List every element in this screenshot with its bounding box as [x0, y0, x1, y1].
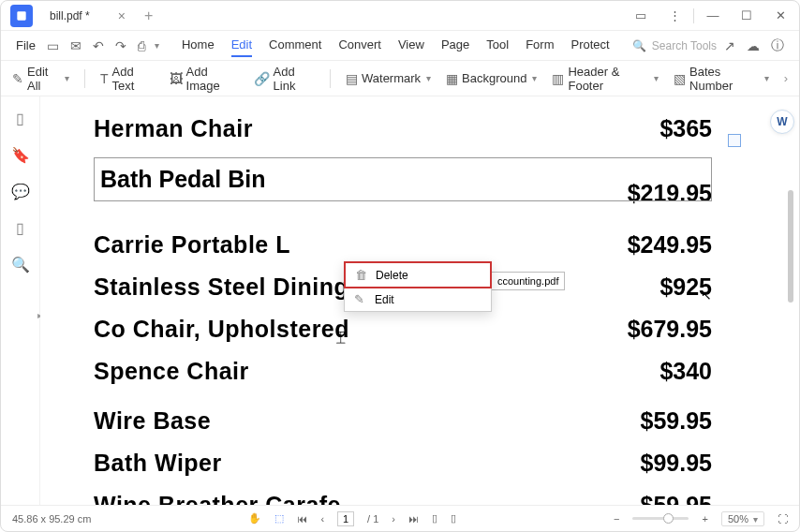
add-link-label: Add Link — [274, 65, 316, 93]
page-number-input[interactable] — [337, 511, 354, 526]
search-tools[interactable]: 🔍 Search Tools — [632, 39, 717, 52]
item-price[interactable]: $365 — [659, 115, 712, 142]
thumbnails-icon[interactable]: ▯ — [16, 110, 24, 127]
page-total: / 1 — [367, 513, 378, 525]
help-icon[interactable]: ⓘ — [767, 37, 788, 54]
hand-tool-icon[interactable]: ✋ — [248, 512, 261, 525]
new-tab-button[interactable]: + — [137, 7, 160, 24]
item-name[interactable]: Carrie Portable L — [94, 231, 290, 259]
item-row: Spence Chair $340 — [94, 358, 712, 385]
text-cursor-icon: ⌶ — [336, 329, 346, 346]
next-page-icon[interactable]: › — [392, 513, 395, 525]
item-price[interactable]: $249.95 — [628, 231, 712, 259]
vertical-scrollbar[interactable] — [788, 190, 793, 303]
bates-number-button[interactable]: ▧ Bates Number ▾ — [674, 65, 769, 93]
word-export-badge[interactable]: W — [770, 110, 794, 134]
item-name[interactable]: Bath Pedal Bin — [100, 166, 265, 193]
first-page-icon[interactable]: ⏮ — [297, 513, 307, 525]
select-tool-icon[interactable]: ⬚ — [274, 512, 284, 525]
share-icon[interactable]: ↗ — [720, 38, 739, 53]
tab-close-icon[interactable]: × — [118, 8, 126, 23]
main-menu: Home Edit Comment Convert View Page Tool… — [182, 34, 610, 57]
background-button[interactable]: ▦ Background ▾ — [446, 71, 537, 86]
menu-page[interactable]: Page — [441, 34, 469, 57]
context-delete[interactable]: 🗑 Delete — [344, 261, 492, 288]
item-price[interactable]: $340 — [659, 358, 712, 385]
item-price[interactable]: $59.95 — [641, 407, 712, 435]
trash-icon: 🗑 — [355, 268, 368, 282]
last-page-icon[interactable]: ⏭ — [408, 513, 419, 525]
selection-handle[interactable] — [728, 134, 741, 147]
edit-all-button[interactable]: ✎ Edit All ▾ — [12, 65, 69, 93]
background-label: Background — [462, 71, 526, 85]
prev-page-icon[interactable]: ‹ — [320, 513, 324, 525]
menu-home[interactable]: Home — [182, 34, 215, 57]
edit-icon: ✎ — [354, 292, 367, 306]
menu-view[interactable]: View — [398, 34, 424, 57]
zoom-in-icon[interactable]: + — [702, 513, 707, 525]
item-price[interactable]: $59.95 — [641, 492, 712, 505]
print-menu-chevron[interactable]: ▾ — [155, 40, 159, 51]
menu-tool[interactable]: Tool — [486, 34, 509, 57]
redo-icon[interactable]: ↷ — [111, 38, 130, 53]
item-row: Wine Breather Carafe $59.95 — [94, 492, 712, 505]
menu-comment[interactable]: Comment — [269, 34, 321, 57]
bookmarks-icon[interactable]: 🔖 — [11, 146, 30, 164]
item-name[interactable]: Co Chair, Upholstered — [94, 316, 349, 343]
zoom-out-icon[interactable]: − — [614, 513, 619, 525]
search-panel-icon[interactable]: 🔍 — [11, 256, 30, 273]
statusbar: 45.86 x 95.29 cm ✋ ⬚ ⏮ ‹ / 1 › ⏭ ▯ ▯ − +… — [1, 505, 799, 531]
item-name[interactable]: Wire Base — [94, 407, 211, 435]
right-rail: W — [765, 96, 799, 505]
add-text-button[interactable]: T Add Text — [100, 65, 155, 93]
item-name[interactable]: Wine Breather Carafe — [94, 492, 341, 505]
tab-bill-pdf[interactable]: bill.pdf * × — [38, 3, 137, 29]
save-icon[interactable]: ▭ — [43, 38, 63, 53]
zoom-value[interactable]: 50% ▾ — [721, 511, 764, 526]
context-edit[interactable]: ✎ Edit — [345, 288, 491, 311]
attachments-icon[interactable]: ▯ — [16, 219, 24, 237]
add-image-button[interactable]: 🖼 Add Image — [170, 65, 239, 93]
add-link-button[interactable]: 🔗 Add Link — [254, 65, 316, 93]
single-page-icon[interactable]: ▯ — [432, 512, 437, 525]
print-icon[interactable]: ⎙ — [134, 38, 149, 53]
comments-icon[interactable]: 💬 — [11, 183, 30, 200]
item-name[interactable]: Spence Chair — [94, 358, 249, 385]
overflow-chevron-icon[interactable]: › — [784, 71, 788, 85]
item-price[interactable]: $99.95 — [641, 450, 712, 477]
continuous-page-icon[interactable]: ▯ — [451, 512, 456, 525]
menu-protect[interactable]: Protect — [570, 34, 609, 57]
cloud-icon[interactable]: ☁ — [743, 38, 763, 53]
undo-icon[interactable]: ↶ — [89, 38, 108, 53]
mail-icon[interactable]: ✉ — [67, 38, 85, 53]
edit-all-label: Edit All — [27, 65, 59, 93]
item-name[interactable]: Bath Wiper — [94, 450, 222, 477]
link-icon: 🔗 — [254, 71, 270, 86]
header-footer-button[interactable]: ▥ Header & Footer ▾ — [552, 65, 659, 93]
menu-form[interactable]: Form — [526, 34, 554, 57]
chevron-down-icon: ▾ — [65, 73, 69, 83]
kebab-icon[interactable]: ⋮ — [659, 8, 689, 22]
selected-text-frame[interactable]: Bath Pedal Bin — [94, 157, 712, 201]
search-placeholder: Search Tools — [652, 39, 717, 52]
zoom-slider[interactable] — [632, 517, 689, 520]
bates-label: Bates Number — [689, 65, 759, 93]
app-icon[interactable] — [10, 5, 33, 27]
document-canvas[interactable]: Herman Chair $365 Bath Pedal Bin $219.95… — [40, 96, 765, 505]
note-icon[interactable]: ▭ — [626, 8, 656, 22]
fit-page-icon[interactable]: ⛶ — [778, 513, 788, 525]
bates-icon: ▧ — [674, 71, 686, 86]
context-menu: 🗑 Delete ✎ Edit — [344, 261, 492, 312]
workspace: ▯ 🔖 💬 ▯ 🔍 ▸ Herman Chair $365 Bath Pedal… — [1, 96, 799, 505]
item-name[interactable]: Herman Chair — [94, 115, 253, 142]
watermark-button[interactable]: ▤ Watermark ▾ — [346, 71, 431, 86]
watermark-icon: ▤ — [346, 71, 358, 86]
menu-edit[interactable]: Edit — [231, 34, 252, 57]
menu-convert[interactable]: Convert — [338, 34, 381, 57]
item-price[interactable]: $679.95 — [628, 316, 712, 343]
close-icon[interactable]: ✕ — [765, 8, 795, 22]
item-row: Wire Base $59.95 — [94, 407, 712, 435]
minimize-icon[interactable]: — — [698, 8, 728, 22]
file-menu[interactable]: File — [12, 38, 39, 52]
maximize-icon[interactable]: ☐ — [732, 8, 762, 22]
